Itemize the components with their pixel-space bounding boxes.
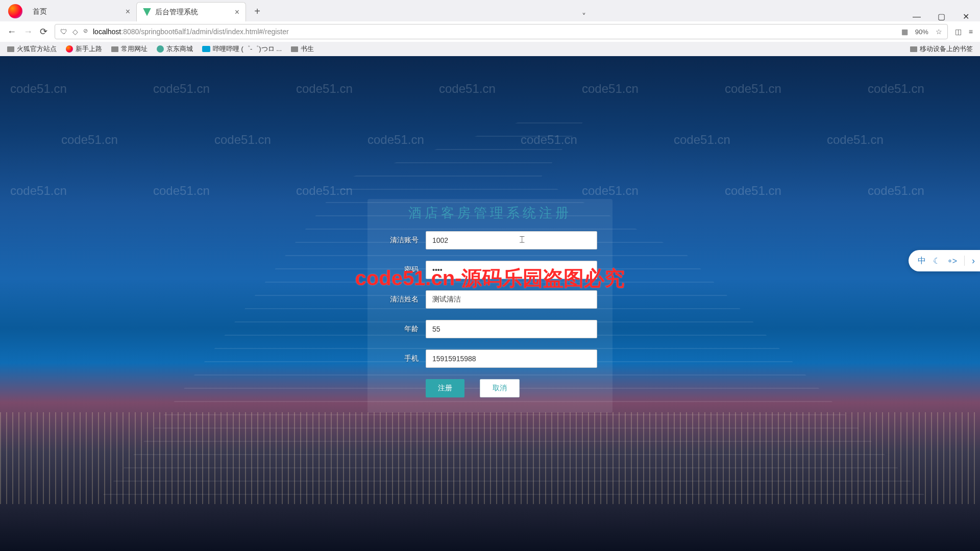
bookmark-shusheng[interactable]: 书生 (291, 44, 314, 54)
age-label: 年龄 (383, 324, 419, 334)
firefox-icon (8, 4, 22, 18)
close-window-icon[interactable]: ✕ (961, 12, 971, 21)
qr-icon[interactable]: ▦ (901, 28, 908, 36)
maximize-icon[interactable]: ▢ (936, 12, 946, 21)
bookmark-jd[interactable]: 京东商城 (157, 44, 193, 54)
close-tab-icon[interactable]: × (235, 8, 239, 17)
register-button[interactable]: 注册 (426, 379, 464, 397)
extensions-icon[interactable]: ◫ (955, 28, 962, 36)
register-form-panel: 酒店客房管理系统注册 清洁账号 ⌶ 密码 清洁姓名 年龄 手机 注册 取消 (368, 199, 612, 413)
panel-title: 酒店客房管理系统注册 (383, 204, 597, 222)
reload-button[interactable]: ⟳ (40, 26, 47, 37)
connection-icon: ⊘ (83, 28, 88, 36)
age-input[interactable] (426, 320, 597, 338)
cancel-button[interactable]: 取消 (480, 379, 520, 397)
bookmark-getting-started[interactable]: 新手上路 (66, 44, 102, 54)
address-bar[interactable]: 🛡 ◇ ⊘ localhost:8080/springboot6alf1/adm… (55, 24, 948, 39)
url-path: :8080/springboot6alf1/admin/dist/index.h… (121, 28, 288, 36)
name-input[interactable] (426, 290, 597, 309)
bookmark-common[interactable]: 常用网址 (111, 44, 148, 54)
password-input[interactable] (426, 261, 597, 279)
vue-favicon (143, 8, 151, 16)
account-input[interactable] (426, 231, 597, 249)
ime-mode-icon[interactable]: 中 (918, 256, 926, 266)
permissions-icon[interactable]: ◇ (72, 28, 78, 36)
name-label: 清洁姓名 (383, 295, 419, 304)
minimize-icon[interactable]: — (912, 12, 922, 21)
forward-button[interactable]: → (23, 27, 33, 37)
tab-title: 后台管理系统 (155, 8, 198, 17)
url-host: localhost (93, 28, 121, 36)
menu-icon[interactable]: ≡ (969, 28, 973, 36)
zoom-level[interactable]: 90% (915, 28, 928, 36)
back-button[interactable]: ← (7, 27, 16, 37)
phone-input[interactable] (426, 349, 597, 368)
bookmark-bilibili[interactable]: 哔哩哔哩 (゜-゜)つロ ... (202, 44, 282, 54)
tab-title: 首页 (33, 7, 47, 16)
tab-home[interactable]: 首页 × (27, 2, 136, 21)
chevron-right-icon[interactable]: › (972, 256, 975, 266)
tab-admin[interactable]: 后台管理系统 × (136, 2, 246, 21)
bookmark-firefox-home[interactable]: 火狐官方站点 (7, 44, 57, 54)
close-tab-icon[interactable]: × (126, 7, 130, 16)
tabs-overflow-icon[interactable]: ˅ (582, 12, 586, 21)
password-label: 密码 (383, 265, 419, 274)
ime-settings-icon[interactable]: ∘> (947, 256, 957, 266)
new-tab-button[interactable]: + (249, 3, 265, 19)
phone-label: 手机 (383, 354, 419, 363)
bookmark-star-icon[interactable]: ☆ (936, 28, 942, 36)
shield-icon[interactable]: 🛡 (60, 28, 67, 36)
mobile-bookmarks[interactable]: 移动设备上的书签 (910, 44, 973, 54)
moon-icon[interactable]: ☾ (933, 256, 940, 266)
ime-floating-pill[interactable]: 中 ☾ ∘> › (909, 250, 980, 271)
account-label: 清洁账号 (383, 236, 419, 245)
